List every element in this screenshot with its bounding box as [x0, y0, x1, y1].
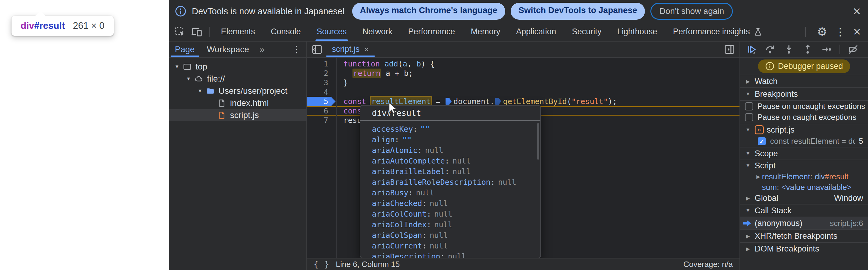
code-token: . [490, 97, 495, 106]
toggle-debugger-sidebar-icon[interactable] [724, 44, 735, 55]
code-editor[interactable]: 1function add(a, b) {2 return a + b;3}45… [307, 58, 740, 258]
pause-uncaught-checkbox[interactable] [745, 102, 753, 111]
chevron-down-icon: ▼ [744, 163, 752, 169]
inspect-element-icon[interactable] [174, 25, 187, 38]
tree-item-script-js[interactable]: script.js [169, 109, 306, 121]
step-out-icon[interactable] [802, 44, 813, 55]
editor-tab-scriptjs[interactable]: script.js × [325, 41, 376, 57]
tab-elements[interactable]: Elements [213, 23, 263, 41]
tree-item-users-user-project[interactable]: ▼Users/user/project [169, 85, 306, 97]
section-dom-breakpoints[interactable]: ▶ DOM Breakpoints [740, 242, 868, 255]
inspected-page: div#result 261 × 0 [0, 0, 169, 270]
scope-var-sum[interactable]: sum: <value unavailable> [740, 182, 868, 192]
tree-caret-icon[interactable]: ▼ [183, 76, 194, 82]
breakpoint-file-group[interactable]: ▼ ‹› script.js [740, 124, 868, 135]
tree-item-index-html[interactable]: index.html [169, 97, 306, 109]
editor-tab-close-icon[interactable]: × [364, 44, 369, 55]
tab-network[interactable]: Network [354, 23, 400, 41]
resume-icon[interactable] [746, 44, 757, 55]
continue-to-here-marker-icon[interactable] [445, 98, 452, 105]
property-name: ariaColSpan [372, 231, 422, 240]
navigator-menu-icon[interactable]: ⋮ [292, 44, 306, 55]
file-js-icon [217, 111, 227, 120]
section-xhr-breakpoints[interactable]: ▶ XHR/fetch Breakpoints [740, 229, 868, 242]
section-call-stack[interactable]: ▼ Call Stack [740, 204, 868, 217]
code-line-1: 1function add(a, b) { [307, 59, 740, 68]
breakpoint-checkbox[interactable]: ✓ [758, 137, 766, 145]
property-value: null [434, 220, 453, 229]
line-number[interactable]: 2 [307, 68, 336, 78]
code-token: ); [608, 97, 617, 106]
panel-tabs: ElementsConsoleSourcesNetworkPerformance… [213, 23, 770, 41]
scope-var-resultElement[interactable]: ▶ resultElement: div#result [740, 171, 868, 182]
scope-script[interactable]: ▼ Script [740, 159, 868, 171]
scope-global[interactable]: ▶ Global Window [740, 192, 868, 204]
call-stack-frame[interactable]: (anonymous) script.js:6 [740, 217, 868, 229]
gutter-divider [336, 58, 337, 258]
tree-item-file-[interactable]: ▼file:// [169, 73, 306, 85]
overflow-tabs-icon[interactable]: » [255, 44, 269, 55]
tab-performance-insights[interactable]: Performance insights [665, 23, 771, 41]
device-toolbar-icon[interactable] [190, 25, 204, 38]
section-scope[interactable]: ▼ Scope [740, 147, 868, 159]
popover-property: ariaAutoComplete:null [372, 156, 540, 166]
property-value: null [425, 146, 443, 155]
tab-lighthouse[interactable]: Lighthouse [609, 23, 665, 41]
line-number[interactable]: 4 [307, 87, 336, 97]
tree-item-label: top [195, 62, 207, 71]
property-value: null [448, 252, 466, 258]
pause-caught-checkbox[interactable] [745, 113, 753, 121]
step-over-icon[interactable] [764, 44, 776, 55]
deactivate-breakpoints-icon[interactable] [847, 44, 859, 55]
tree-item-label: script.js [230, 111, 259, 120]
tree-item-top[interactable]: ▼top [169, 61, 306, 73]
infobar-close-icon[interactable]: × [853, 5, 861, 18]
script-file-icon: ‹› [755, 125, 764, 134]
tooltip-tag: div [21, 20, 34, 31]
property-value: null [430, 231, 448, 240]
tab-memory[interactable]: Memory [463, 23, 508, 41]
infobar-button-1[interactable]: Switch DevTools to Japanese [511, 3, 645, 20]
var-name: sum [762, 183, 777, 192]
line-number[interactable]: 3 [307, 78, 336, 87]
main-toolbar: ElementsConsoleSourcesNetworkPerformance… [169, 23, 868, 41]
infobar-button-0[interactable]: Always match Chrome's language [352, 3, 505, 20]
tree-caret-icon[interactable]: ▼ [172, 64, 182, 69]
property-name: ariaDescription [372, 252, 440, 258]
var-value-unavailable: <value unavailable> [781, 183, 851, 192]
continue-to-here-marker-icon[interactable] [495, 98, 501, 105]
tree-caret-icon[interactable]: ▼ [195, 88, 205, 94]
tab-workspace[interactable]: Workspace [200, 41, 255, 57]
tab-page[interactable]: Page [169, 41, 200, 57]
step-into-icon[interactable] [783, 44, 795, 55]
tab-console[interactable]: Console [263, 23, 309, 41]
section-watch[interactable]: ▶ Watch [740, 75, 868, 87]
tab-application[interactable]: Application [508, 23, 564, 41]
infobar-message: DevTools is now available in Japanese! [192, 6, 345, 17]
line-number[interactable]: 7 [307, 116, 336, 125]
popover-scrollbar[interactable] [537, 123, 539, 159]
tab-performance[interactable]: Performance [400, 23, 463, 41]
frame-name: (anonymous) [755, 219, 803, 228]
settings-gear-icon[interactable]: ⚙ [817, 25, 827, 38]
step-icon[interactable] [821, 44, 832, 55]
section-breakpoints[interactable]: ▼ Breakpoints [740, 87, 868, 100]
infobar-button-2[interactable]: Don't show again [650, 3, 733, 20]
breakpoint-marker[interactable]: 5 [307, 97, 336, 106]
property-name: align [372, 135, 395, 144]
more-options-icon[interactable]: ⋮ [835, 26, 845, 38]
toggle-navigator-icon[interactable] [311, 44, 323, 55]
pretty-print-icon[interactable]: { } [314, 260, 330, 269]
tab-sources[interactable]: Sources [309, 23, 354, 41]
line-number[interactable]: 1 [307, 59, 336, 68]
popover-property: ariaBusy:null [372, 187, 540, 198]
code-token: a [403, 59, 407, 68]
chevron-down-icon: ▼ [744, 127, 752, 132]
tab-security[interactable]: Security [564, 23, 610, 41]
line-number[interactable]: 6 [307, 106, 336, 116]
breakpoint-entry[interactable]: ✓ const resultElement = doc⋯ 5 [740, 135, 868, 147]
code-token [366, 97, 371, 106]
devtools-close-icon[interactable]: × [853, 26, 861, 38]
pause-caught-label: Pause on caught exceptions [757, 113, 857, 122]
editor-pane: script.js × 1function add(a, b) {2 retur… [307, 41, 740, 270]
